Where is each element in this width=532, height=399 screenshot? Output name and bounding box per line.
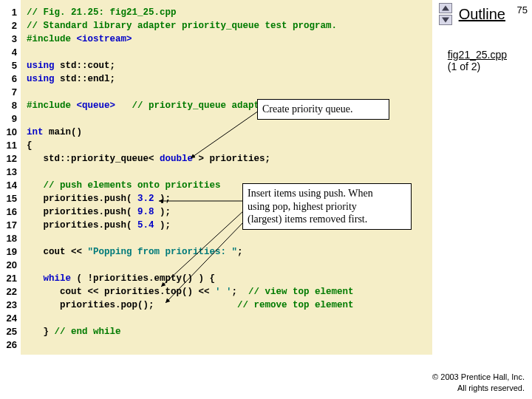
nav-next-button[interactable] — [439, 15, 452, 25]
line-number: 20 — [0, 259, 21, 272]
code-line — [27, 259, 432, 272]
code-panel: 1 2 3 4 5 6 7 8 9 10 11 12 13 14 15 16 1… — [0, 0, 432, 355]
line-number: 15 — [0, 192, 21, 205]
line-number: 4 — [0, 46, 21, 59]
code-line: int main() — [27, 126, 432, 139]
line-number: 6 — [0, 72, 21, 86]
outline-nav — [439, 3, 454, 27]
code-line: std::priority_queue< double > priorities… — [27, 152, 432, 166]
line-number: 17 — [0, 219, 21, 232]
file-part: (1 of 2) — [448, 61, 480, 72]
code-line — [27, 166, 432, 179]
code-line: { — [27, 139, 432, 152]
code-line: priorities.pop(); // remove top element — [27, 299, 432, 312]
line-number: 23 — [0, 299, 21, 312]
line-number: 24 — [0, 312, 21, 325]
file-info: fig21_25.cpp (1 of 2) — [448, 49, 507, 72]
callout-push-pop: Insert items using push. When using pop,… — [242, 183, 412, 230]
line-number: 21 — [0, 272, 21, 285]
line-number: 7 — [0, 86, 21, 99]
code-line: // Standard library adapter priority_que… — [27, 19, 432, 33]
code-line — [27, 232, 432, 245]
code-area: // Fig. 21.25: fig21_25.cpp // Standard … — [21, 0, 432, 355]
line-number: 9 — [0, 112, 21, 126]
line-number: 19 — [0, 245, 21, 259]
file-name: fig21_25.cpp — [448, 49, 507, 61]
line-number: 1 — [0, 6, 21, 19]
code-line: cout << priorities.top() << ' '; // view… — [27, 285, 432, 299]
line-number: 2 — [0, 19, 21, 33]
line-number: 5 — [0, 59, 21, 72]
code-line — [27, 312, 432, 325]
line-number: 14 — [0, 179, 21, 192]
code-line: #include <iostream> — [27, 33, 432, 46]
line-number: 18 — [0, 232, 21, 245]
code-line: using std::endl; — [27, 72, 432, 86]
line-number: 12 — [0, 152, 21, 166]
code-line — [27, 86, 432, 99]
line-number-gutter: 1 2 3 4 5 6 7 8 9 10 11 12 13 14 15 16 1… — [0, 0, 21, 355]
code-line — [27, 46, 432, 59]
slide-number: 75 — [517, 4, 528, 16]
code-line: cout << "Popping from priorities: "; — [27, 245, 432, 259]
copyright: © 2003 Prentice Hall, Inc. All rights re… — [432, 372, 525, 393]
line-number: 10 — [0, 126, 21, 139]
line-number: 13 — [0, 166, 21, 179]
code-line: // Fig. 21.25: fig21_25.cpp — [27, 6, 432, 19]
line-number: 25 — [0, 325, 21, 338]
code-line: using std::cout; — [27, 59, 432, 72]
line-number: 8 — [0, 99, 21, 112]
code-line — [27, 338, 432, 352]
callout-create-queue: Create priority queue. — [257, 99, 389, 120]
line-number: 3 — [0, 33, 21, 46]
code-line: } // end while — [27, 325, 432, 338]
nav-prev-button[interactable] — [439, 3, 452, 13]
code-line: while ( !priorities.empty() ) { — [27, 272, 432, 285]
outline-heading[interactable]: Outline — [459, 6, 505, 23]
line-number: 11 — [0, 139, 21, 152]
line-number: 22 — [0, 285, 21, 299]
line-number: 26 — [0, 338, 21, 352]
line-number: 16 — [0, 205, 21, 219]
